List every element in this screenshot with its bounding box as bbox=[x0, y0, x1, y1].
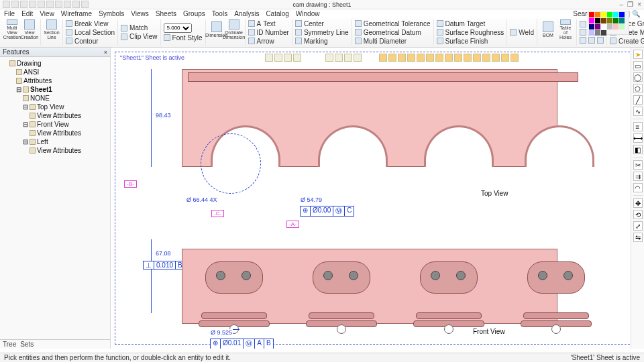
tab-tree[interactable]: Tree bbox=[3, 341, 16, 348]
menu-groups[interactable]: Groups bbox=[183, 10, 205, 17]
minimize-button[interactable]: – bbox=[620, 1, 624, 8]
spline-tool[interactable]: ∿ bbox=[633, 107, 643, 116]
trim-tool[interactable]: ✂ bbox=[633, 160, 643, 170]
tab-sets[interactable]: Sets bbox=[20, 341, 34, 348]
tree-frontview[interactable]: Front View bbox=[37, 120, 69, 129]
tree-viewattr2[interactable]: View Attributes bbox=[37, 129, 81, 137]
circle-tool[interactable]: ◯ bbox=[633, 72, 643, 82]
create-group-button[interactable]: Create Group bbox=[610, 38, 644, 45]
menu-symbols[interactable]: Symbols bbox=[99, 10, 124, 17]
close-button[interactable]: × bbox=[637, 1, 641, 8]
tree-none[interactable]: NONE bbox=[30, 94, 50, 103]
mini-btn[interactable] bbox=[417, 54, 425, 62]
select-tool[interactable]: ➤ bbox=[633, 50, 643, 59]
mini-btn[interactable] bbox=[445, 54, 453, 62]
dimension-9525[interactable]: Ø 9.525 bbox=[210, 329, 233, 336]
ribbon-icon[interactable] bbox=[588, 37, 595, 44]
dimension-button[interactable]: Dimension bbox=[209, 19, 225, 40]
mini-btn[interactable] bbox=[335, 54, 343, 62]
qat-btn[interactable] bbox=[64, 1, 71, 8]
color-swatch[interactable] bbox=[613, 12, 619, 17]
view-creation-button[interactable]: View Creation bbox=[21, 19, 38, 40]
ribbon-icon[interactable] bbox=[597, 37, 604, 44]
line-tool[interactable]: ╱ bbox=[633, 95, 643, 105]
color-swatch[interactable] bbox=[607, 18, 612, 23]
qat-btn[interactable] bbox=[46, 1, 54, 8]
contour-button[interactable]: Contour bbox=[66, 38, 115, 45]
move-tool[interactable]: ✥ bbox=[633, 198, 643, 208]
datum-b[interactable]: -B- bbox=[124, 180, 137, 188]
mini-btn[interactable] bbox=[501, 54, 509, 62]
qat-btn[interactable] bbox=[81, 1, 89, 8]
mini-btn[interactable] bbox=[325, 54, 333, 62]
mini-btn[interactable] bbox=[354, 54, 362, 62]
tree-viewattr[interactable]: View Attributes bbox=[37, 111, 81, 120]
front-view-part[interactable] bbox=[182, 249, 557, 324]
match-button[interactable]: Match bbox=[121, 24, 158, 32]
dimension-6708-line[interactable] bbox=[151, 239, 152, 313]
mini-btn[interactable] bbox=[284, 54, 292, 62]
local-section-button[interactable]: Local Section bbox=[66, 29, 115, 36]
multi-diameter-button[interactable]: Multi Diameter bbox=[355, 38, 431, 45]
fcf-position-top[interactable]: ⊕Ø0.00ⓂC bbox=[300, 206, 354, 217]
maximize-button[interactable]: ❐ bbox=[627, 1, 633, 8]
dimension-6708[interactable]: 67.08 bbox=[155, 250, 172, 257]
color-swatch[interactable] bbox=[601, 12, 606, 17]
color-swatch[interactable] bbox=[589, 12, 594, 17]
tree-viewattr3[interactable]: View Attributes bbox=[37, 146, 81, 155]
datum-a[interactable]: -A- bbox=[286, 221, 299, 228]
ribbon-icon[interactable] bbox=[580, 29, 586, 36]
features-close-button[interactable]: × bbox=[104, 49, 107, 56]
table-of-holes-button[interactable]: Table of Holes bbox=[557, 19, 574, 40]
mini-btn[interactable] bbox=[274, 54, 282, 62]
arrow-button[interactable]: Arrow bbox=[248, 38, 289, 45]
text-button[interactable]: AText bbox=[248, 20, 289, 27]
menu-file[interactable]: File bbox=[4, 10, 15, 17]
symmetry-line-button[interactable]: Symmetry Line bbox=[295, 29, 349, 36]
surface-roughness-button[interactable]: Surface Roughness bbox=[437, 29, 504, 36]
mini-btn[interactable] bbox=[511, 54, 519, 62]
dimension-9843[interactable]: 98.43 bbox=[155, 112, 172, 119]
mini-btn[interactable] bbox=[344, 54, 352, 62]
color-swatch[interactable] bbox=[589, 24, 594, 29]
tree-left[interactable]: Left bbox=[37, 137, 48, 146]
fillet-tool[interactable]: ◠ bbox=[633, 183, 643, 192]
feature-tree[interactable]: Drawing ANSI Attributes ⊟Sheet1 NONE ⊟To… bbox=[0, 57, 110, 339]
datum-c[interactable]: -C- bbox=[211, 210, 224, 217]
tree-sheet1[interactable]: Sheet1 bbox=[30, 85, 52, 94]
mini-btn[interactable] bbox=[407, 54, 415, 62]
dimension-tool[interactable]: ⟷ bbox=[633, 133, 643, 143]
color-tool[interactable]: ◧ bbox=[633, 145, 643, 154]
menu-window[interactable]: Window bbox=[296, 10, 320, 17]
fcf-perpendicularity[interactable]: ⊥0.010B bbox=[143, 261, 185, 269]
dimension-66[interactable]: Ø 66.44 4X bbox=[186, 196, 218, 203]
menu-sheets[interactable]: Sheets bbox=[156, 10, 176, 17]
fcf-position-bottom[interactable]: ⊕Ø0.01ⓂAB bbox=[210, 339, 274, 349]
tree-ansi[interactable]: ANSI bbox=[23, 68, 39, 76]
color-swatch[interactable] bbox=[613, 18, 619, 23]
mini-btn[interactable] bbox=[379, 54, 387, 62]
mini-btn[interactable] bbox=[435, 54, 443, 62]
mini-btn[interactable] bbox=[464, 54, 472, 62]
break-view-button[interactable]: Break View bbox=[66, 20, 115, 27]
dimension-9843-line[interactable] bbox=[151, 69, 152, 167]
id-number-button[interactable]: ID Number bbox=[248, 29, 289, 36]
qat-btn[interactable] bbox=[20, 1, 28, 8]
menu-edit[interactable]: Edit bbox=[21, 10, 33, 17]
color-swatch[interactable] bbox=[601, 30, 606, 36]
ribbon-icon[interactable] bbox=[580, 21, 586, 27]
color-swatch[interactable] bbox=[613, 24, 619, 29]
tree-drawing[interactable]: Drawing bbox=[17, 59, 42, 68]
qat-btn[interactable] bbox=[38, 1, 45, 8]
search-icon[interactable]: 🔍 bbox=[632, 10, 640, 17]
marking-button[interactable]: Marking bbox=[295, 38, 349, 45]
qat-btn[interactable] bbox=[55, 1, 62, 8]
color-swatch[interactable] bbox=[595, 12, 600, 17]
multiview-creation-button[interactable]: Multi View Creation bbox=[4, 19, 20, 40]
color-swatch[interactable] bbox=[595, 30, 600, 36]
mini-btn[interactable] bbox=[293, 54, 301, 62]
align-tool[interactable]: ≡ bbox=[633, 122, 643, 131]
geometrical-datum-button[interactable]: Geometrical Datum bbox=[355, 29, 431, 36]
surface-finish-button[interactable]: Surface Finish bbox=[437, 38, 504, 45]
tree-attributes[interactable]: Attributes bbox=[23, 76, 52, 85]
